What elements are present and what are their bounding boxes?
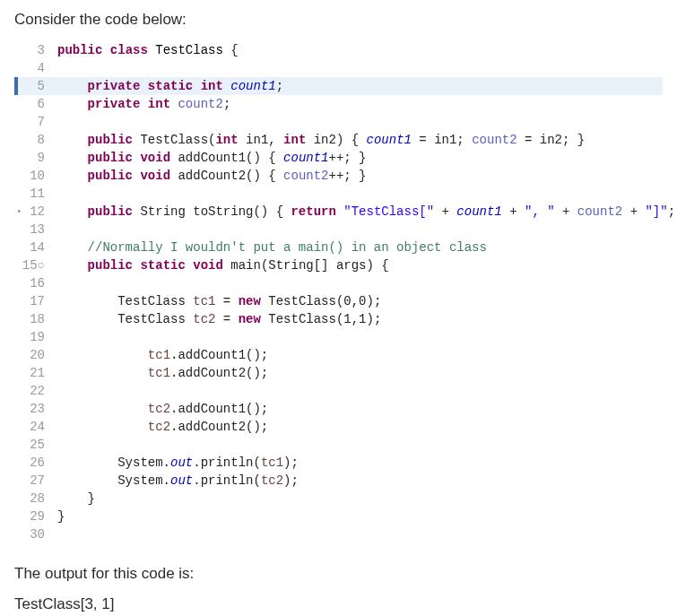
code-text: tc1.addCount2(); [54,364,663,382]
code-line: 16 [14,274,663,292]
code-line: 15○ public static void main(String[] arg… [14,256,663,274]
code-line: 29} [14,508,663,525]
code-line: 8 public TestClass(int in1, int in2) { c… [14,131,663,149]
line-number: 20 [14,346,54,364]
code-line: 4 [14,59,663,77]
line-number: 6 [14,95,54,113]
line-number: 26 [14,454,54,472]
line-number: 15○ [14,256,54,274]
code-text: System.out.println(tc2); [54,472,663,490]
code-text: } [54,490,663,508]
code-text: //Normally I wouldn't put a main() in an… [54,239,663,256]
line-number: 10 [14,167,54,185]
line-number: 27 [14,472,54,490]
code-line: 6 private int count2; [14,95,663,113]
code-text: tc1.addCount1(); [54,346,663,364]
line-number: 12• [14,203,54,221]
line-number: 24 [14,418,54,436]
line-number: 14 [14,239,54,256]
line-number: 5 [14,77,54,95]
line-number: 9 [14,149,54,167]
line-number: 17 [14,292,54,310]
overview-marker-icon: • [16,203,22,221]
code-text: TestClass tc1 = new TestClass(0,0); [54,292,663,310]
code-line: 19 [14,328,663,346]
line-number: 28 [14,490,54,508]
line-number: 22 [14,382,54,400]
line-number: 18 [14,310,54,328]
code-text: public String toString() { return "TestC… [54,203,677,221]
code-line: 22 [14,382,663,400]
code-line: 13 [14,221,663,239]
code-line: 9 public void addCount1() { count1++; } [14,149,663,167]
code-text: public static void main(String[] args) { [54,256,663,274]
code-text: TestClass tc2 = new TestClass(1,1); [54,310,663,328]
code-text: private static int count1; [54,77,663,95]
code-text: tc2.addCount2(); [54,418,663,436]
code-text: public TestClass(int in1, int in2) { cou… [54,131,663,149]
code-line: 28 } [14,490,663,508]
code-text: public void addCount2() { count2++; } [54,167,663,185]
code-line: 20 tc1.addCount1(); [14,346,663,364]
code-line: 27 System.out.println(tc2); [14,472,663,490]
code-line: 5 private static int count1; [14,77,663,95]
line-number: 3 [14,41,54,59]
code-text: private int count2; [54,95,663,113]
line-number: 23 [14,400,54,418]
line-number: 11 [14,185,54,203]
code-line: 21 tc1.addCount2(); [14,364,663,382]
line-number: 16 [14,274,54,292]
code-line: 26 System.out.println(tc1); [14,454,663,472]
code-text: public void addCount1() { count1++; } [54,149,663,167]
line-number: 25 [14,436,54,454]
code-line: 24 tc2.addCount2(); [14,418,663,436]
output-intro: The output for this code is: [14,565,663,583]
code-line: 30 [14,525,663,543]
code-text: public class TestClass { [54,41,663,59]
line-number: 30 [14,525,54,543]
code-line: 7 [14,113,663,131]
code-text: System.out.println(tc1); [54,454,663,472]
code-line: 14 //Normally I wouldn't put a main() in… [14,239,663,256]
code-block: 3public class TestClass {45 private stat… [14,41,663,549]
code-line: 10 public void addCount2() { count2++; } [14,167,663,185]
line-number: 8 [14,131,54,149]
code-text: tc2.addCount1(); [54,400,663,418]
line-number: 19 [14,328,54,346]
code-line: 18 TestClass tc2 = new TestClass(1,1); [14,310,663,328]
prompt-top: Consider the code below: [14,11,663,29]
line-number: 29 [14,508,54,525]
code-line: 3public class TestClass { [14,41,663,59]
output-line-1: TestClass[3, 1] [14,594,663,615]
line-number: 21 [14,364,54,382]
code-line: 17 TestClass tc1 = new TestClass(0,0); [14,292,663,310]
line-number: 7 [14,113,54,131]
code-text: } [54,508,663,525]
code-line: 11 [14,185,663,203]
code-line: 25 [14,436,663,454]
question-page: Consider the code below: 3public class T… [0,0,677,616]
line-number: 13 [14,221,54,239]
code-line: 12• public String toString() { return "T… [14,203,663,221]
line-number: 4 [14,59,54,77]
code-line: 23 tc2.addCount1(); [14,400,663,418]
